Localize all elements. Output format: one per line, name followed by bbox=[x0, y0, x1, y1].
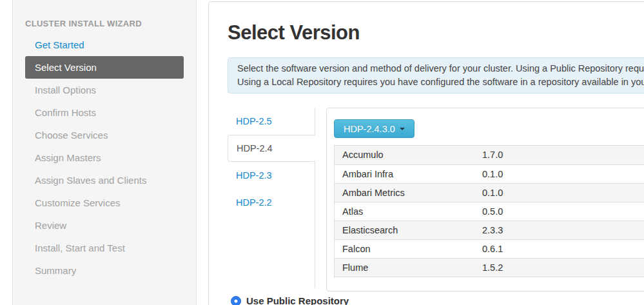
service-name: Ambari Metrics bbox=[335, 184, 474, 202]
info-banner: Select the software version and method o… bbox=[228, 57, 644, 93]
sidebar-item-summary: Summary bbox=[25, 259, 184, 282]
sidebar-item-customize-services: Customize Services bbox=[25, 192, 184, 214]
sidebar-item-assign-slaves: Assign Slaves and Clients bbox=[25, 169, 184, 192]
sidebar-item-get-started[interactable]: Get Started bbox=[25, 34, 184, 56]
tab-hdp-2-3[interactable]: HDP-2.3 bbox=[228, 162, 315, 189]
service-name: Falcon bbox=[335, 240, 474, 258]
table-row: Ambari Metrics 0.1.0 bbox=[335, 183, 644, 202]
sidebar-item-choose-services: Choose Services bbox=[25, 124, 184, 146]
info-banner-line2: Using a Local Repository requires you ha… bbox=[237, 75, 644, 89]
service-name: Elasticsearch bbox=[335, 221, 474, 239]
table-row: Falcon 0.6.1 bbox=[335, 239, 644, 258]
service-name: Ambari Infra bbox=[335, 165, 474, 183]
stack-version-panel: HDP-2.4.3.0 Accumulo 1.7.0 Ambari Infra … bbox=[326, 108, 644, 291]
table-row: Atlas 0.5.0 bbox=[335, 202, 644, 221]
service-version: 2.3.3 bbox=[474, 221, 503, 239]
sidebar-item-review: Review bbox=[25, 214, 184, 237]
sidebar-item-select-version[interactable]: Select Version bbox=[25, 56, 184, 79]
version-dropdown-button[interactable]: HDP-2.4.3.0 bbox=[334, 119, 415, 138]
service-version: 0.6.1 bbox=[474, 240, 503, 258]
service-name: Accumulo bbox=[335, 146, 474, 164]
stack-tabs-column: HDP-2.5 HDP-2.4 HDP-2.3 HDP-2.2 bbox=[228, 108, 315, 288]
stack-selection-area: HDP-2.5 HDP-2.4 HDP-2.3 HDP-2.2 HDP-2.4.… bbox=[228, 108, 644, 291]
tab-hdp-2-2[interactable]: HDP-2.2 bbox=[228, 189, 315, 216]
sidebar-item-confirm-hosts: Confirm Hosts bbox=[25, 101, 184, 124]
radio-selected-icon[interactable] bbox=[231, 296, 241, 305]
service-name: Flume bbox=[335, 259, 474, 277]
tab-hdp-2-4[interactable]: HDP-2.4 bbox=[228, 135, 315, 162]
sidebar-item-install-options: Install Options bbox=[25, 79, 184, 101]
sidebar-item-install-start-test: Install, Start and Test bbox=[25, 237, 184, 259]
service-name: Atlas bbox=[335, 202, 474, 221]
table-row: Elasticsearch 2.3.3 bbox=[335, 221, 644, 239]
table-row: Accumulo 1.7.0 bbox=[335, 146, 644, 164]
service-version: 1.5.2 bbox=[474, 259, 503, 277]
table-row: Ambari Infra 0.1.0 bbox=[335, 164, 644, 183]
version-dropdown-label: HDP-2.4.3.0 bbox=[344, 124, 395, 134]
wizard-sidebar: CLUSTER INSTALL WIZARD Get Started Selec… bbox=[12, 0, 197, 305]
table-row: Flume 1.5.2 bbox=[335, 258, 644, 277]
page-title: Select Version bbox=[228, 21, 644, 44]
use-public-repository-label: Use Public Repository bbox=[246, 295, 349, 305]
use-public-repository-option[interactable]: Use Public Repository bbox=[231, 295, 644, 305]
services-version-table: Accumulo 1.7.0 Ambari Infra 0.1.0 Ambari… bbox=[334, 145, 644, 277]
select-version-panel: Select Version Select the software versi… bbox=[208, 1, 644, 305]
wizard-title: CLUSTER INSTALL WIZARD bbox=[25, 19, 184, 28]
tab-hdp-2-5[interactable]: HDP-2.5 bbox=[228, 108, 315, 135]
service-version: 0.5.0 bbox=[474, 202, 503, 221]
service-version: 0.1.0 bbox=[474, 165, 503, 183]
stack-tabs: HDP-2.5 HDP-2.4 HDP-2.3 HDP-2.2 bbox=[228, 108, 315, 216]
info-banner-line1: Select the software version and method o… bbox=[237, 62, 644, 75]
caret-down-icon bbox=[400, 128, 405, 130]
service-version: 0.1.0 bbox=[474, 184, 503, 202]
service-version: 1.7.0 bbox=[474, 146, 503, 164]
sidebar-item-assign-masters: Assign Masters bbox=[25, 146, 184, 169]
wizard-steps: Get Started Select Version Install Optio… bbox=[25, 34, 184, 282]
